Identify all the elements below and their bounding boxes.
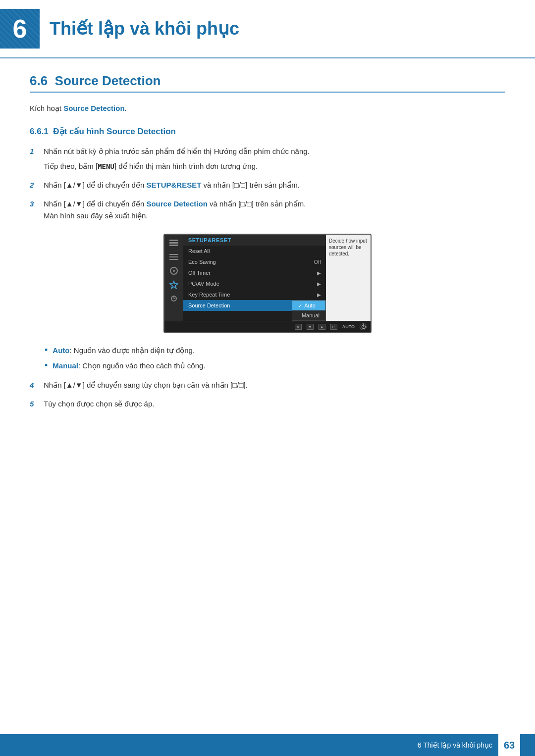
footer-chapter-label: 6 Thiết lập và khôi phục <box>418 741 492 749</box>
chapter-header: 6 Thiết lập và khôi phục <box>0 0 535 58</box>
step-1-content: Nhấn nút bất kỳ ở phía trước sản phẩm để… <box>44 146 505 172</box>
svg-rect-0 <box>169 240 178 241</box>
step-5: 5 Tùy chọn được chọn sẽ được áp. <box>30 398 505 410</box>
step-1-num: 1 <box>30 146 44 172</box>
steps-list: 1 Nhấn nút bất kỳ ở phía trước sản phẩm … <box>30 146 505 222</box>
bottom-btn-auto: AUTO <box>342 324 355 329</box>
step-2-content: Nhấn [▲/▼] để di chuyển đến SETUP&RESET … <box>44 179 505 191</box>
menu-item-label: Key Repeat Time <box>188 292 230 298</box>
step-1: 1 Nhấn nút bất kỳ ở phía trước sản phẩm … <box>30 146 505 172</box>
menu-item-label: PC/AV Mode <box>188 281 219 287</box>
step-3-num: 3 <box>30 198 44 222</box>
x-icon: ✕ <box>295 324 302 330</box>
bottom-btn-x: ✕ <box>295 324 302 330</box>
menu-item-key-repeat: Key Repeat Time ▶ <box>183 289 326 300</box>
subsection-heading: 6.6.1 Đặt cấu hình Source Detection <box>30 126 505 137</box>
step-3-keyword: Source Detection <box>146 200 207 208</box>
bullet-auto-term: Auto <box>53 346 69 354</box>
menu-item-reset-all: Reset All <box>183 246 326 256</box>
bullet-dot-auto: • <box>45 345 48 356</box>
menu-item-arrow: ▶ <box>317 281 321 287</box>
bottom-btn-enter: ↵ <box>330 324 337 330</box>
menu-item-value: Off <box>314 259 321 265</box>
menu-key: MENU <box>98 162 114 170</box>
step-4-content: Nhấn [▲/▼] để chuyển sang tùy chọn bạn c… <box>44 379 505 391</box>
monitor-bottom-bar: ✕ ▼ ▲ ↵ AUTO ⏻ <box>164 321 371 332</box>
bottom-btn-up: ▲ <box>319 324 325 330</box>
monitor-mockup: SETUP&RESET Reset All Eco Saving Off Off… <box>163 234 372 333</box>
step-3-sub: Màn hình sau đây sẽ xuất hiện. <box>44 211 148 220</box>
step-2: 2 Nhấn [▲/▼] để di chuyển đến SETUP&RESE… <box>30 179 505 191</box>
check-placeholder <box>298 313 300 318</box>
section-intro: Kích hoạt Source Detection. <box>30 102 505 114</box>
monitor-menu-panel: SETUP&RESET Reset All Eco Saving Off Off… <box>183 235 326 321</box>
monitor-icon-3 <box>168 266 179 275</box>
step-4: 4 Nhấn [▲/▼] để chuyển sang tùy chọn bạn… <box>30 379 505 391</box>
svg-rect-3 <box>169 254 178 255</box>
bullet-auto: • Auto: Nguồn vào được nhận diện tự động… <box>45 345 505 356</box>
step-5-num: 5 <box>30 398 44 410</box>
menu-item-label: Off Timer <box>188 270 211 276</box>
bullet-manual-term: Manual <box>53 361 78 370</box>
svg-rect-5 <box>169 259 178 260</box>
menu-item-source-detection: Source Detection <box>183 300 292 311</box>
steps-list-2: 4 Nhấn [▲/▼] để chuyển sang tùy chọn bạn… <box>30 379 505 410</box>
chapter-title: Thiết lập và khôi phục <box>50 18 239 39</box>
bottom-btn-power: ⏻ <box>360 323 367 330</box>
chapter-number: 6 <box>0 9 40 49</box>
monitor-icon-5 <box>168 294 179 303</box>
monitor-icon-4 <box>168 280 179 289</box>
bullet-dot-manual: • <box>45 360 48 371</box>
monitor-tooltip: Decide how input sources will be detecte… <box>326 235 371 321</box>
submenu-item-manual: Manual <box>292 310 325 320</box>
submenu-item-auto: ✓ Auto <box>292 301 325 310</box>
page-footer: 6 Thiết lập và khôi phục 63 <box>0 734 535 756</box>
monitor-icon-2 <box>168 252 179 261</box>
step-2-num: 2 <box>30 179 44 191</box>
bottom-btn-down: ▼ <box>307 324 314 330</box>
step-3: 3 Nhấn [▲/▼] để di chuyển đến Source Det… <box>30 198 505 222</box>
page-content: 6.6 Source Detection Kích hoạt Source De… <box>0 73 535 456</box>
bullet-manual: • Manual: Chọn nguồn vào theo cách thủ c… <box>45 360 505 372</box>
menu-item-off-timer: Off Timer ▶ <box>183 267 326 278</box>
step-1-sub: Tiếp theo, bấm [MENU] để hiển thị màn hì… <box>44 160 505 172</box>
step-3-content: Nhấn [▲/▼] để di chuyển đến Source Detec… <box>44 198 505 222</box>
step-2-keyword: SETUP&RESET <box>146 181 201 189</box>
up-icon: ▲ <box>319 324 325 330</box>
monitor-mockup-wrapper: SETUP&RESET Reset All Eco Saving Off Off… <box>30 234 505 333</box>
menu-item-pcav-mode: PC/AV Mode ▶ <box>183 278 326 289</box>
menu-item-label: Source Detection <box>188 302 230 308</box>
svg-point-7 <box>173 270 175 272</box>
monitor-icon-1 <box>168 239 179 248</box>
menu-header: SETUP&RESET <box>183 235 326 246</box>
step-5-content: Tùy chọn được chọn sẽ được áp. <box>44 398 505 410</box>
enter-icon: ↵ <box>330 324 337 330</box>
svg-rect-2 <box>169 245 178 246</box>
menu-item-eco-saving: Eco Saving Off <box>183 256 326 267</box>
menu-item-arrow: ▶ <box>317 270 321 276</box>
submenu-panel: ✓ Auto Manual <box>292 300 326 321</box>
menu-item-label: Reset All <box>188 248 210 254</box>
monitor-icons-panel <box>164 235 183 321</box>
check-icon: ✓ <box>298 303 302 308</box>
step-4-num: 4 <box>30 379 44 391</box>
svg-rect-1 <box>169 242 178 244</box>
section-heading: 6.6 Source Detection <box>30 73 505 93</box>
menu-item-arrow: ▶ <box>317 292 321 298</box>
footer-page-number: 63 <box>498 734 520 756</box>
down-icon: ▼ <box>307 324 314 330</box>
bullet-list: • Auto: Nguồn vào được nhận diện tự động… <box>45 345 505 371</box>
menu-item-label: Eco Saving <box>188 259 216 265</box>
svg-rect-4 <box>169 256 178 257</box>
monitor-screen: SETUP&RESET Reset All Eco Saving Off Off… <box>164 235 371 321</box>
